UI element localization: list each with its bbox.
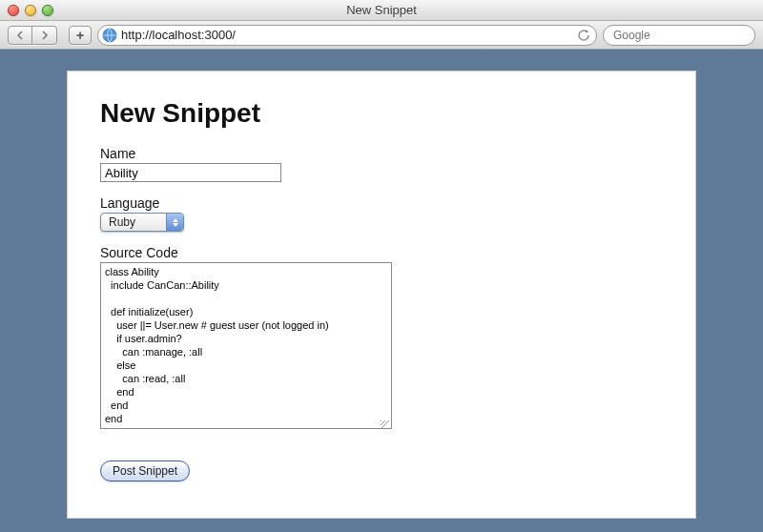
post-snippet-button[interactable]: Post Snippet [100, 460, 190, 481]
name-input[interactable] [100, 163, 281, 182]
name-field-group: Name [100, 146, 663, 182]
source-textarea[interactable] [100, 262, 392, 429]
source-label: Source Code [100, 245, 663, 260]
back-icon [15, 31, 25, 40]
address-bar[interactable] [97, 25, 597, 46]
browser-viewport: New Snippet Name Language Ruby Source Co… [0, 50, 763, 532]
search-bar[interactable] [603, 25, 755, 46]
zoom-window-button[interactable] [42, 5, 53, 16]
source-field-group: Source Code [100, 245, 663, 432]
plus-icon: + [76, 28, 84, 43]
language-select-value: Ruby [109, 215, 135, 229]
language-select[interactable]: Ruby [100, 213, 184, 232]
url-input[interactable] [121, 28, 573, 42]
page-heading: New Snippet [100, 98, 663, 129]
forward-button[interactable] [32, 26, 57, 45]
minimize-window-button[interactable] [25, 5, 36, 16]
traffic-lights [0, 5, 53, 16]
nav-button-group [8, 26, 57, 45]
select-arrows-icon [166, 214, 183, 231]
page-body: New Snippet Name Language Ruby Source Co… [67, 71, 696, 519]
site-globe-icon [102, 28, 117, 43]
reload-icon[interactable] [577, 29, 590, 42]
browser-toolbar: + [0, 21, 763, 50]
back-button[interactable] [8, 26, 32, 45]
name-label: Name [100, 146, 663, 161]
forward-icon [40, 31, 50, 40]
language-label: Language [100, 195, 663, 211]
language-field-group: Language Ruby [100, 195, 663, 232]
search-input[interactable] [613, 29, 756, 42]
window-title: New Snippet [0, 3, 763, 17]
close-window-button[interactable] [8, 5, 19, 16]
add-bookmark-button[interactable]: + [69, 26, 92, 45]
window-titlebar: New Snippet [0, 0, 763, 21]
